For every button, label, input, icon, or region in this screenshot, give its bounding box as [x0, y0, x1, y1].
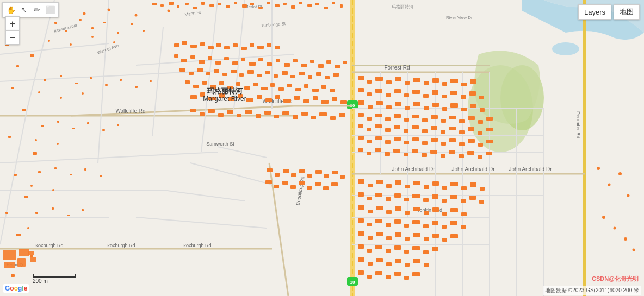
svg-rect-153: [282, 71, 288, 75]
svg-rect-388: [386, 262, 392, 266]
svg-rect-438: [87, 122, 89, 124]
svg-rect-226: [367, 92, 372, 96]
hand-tool-icon[interactable]: ✋: [5, 4, 17, 16]
svg-rect-353: [358, 218, 364, 223]
zoom-out-button[interactable]: −: [5, 30, 20, 45]
watermark: CSDN@化哥光明: [592, 275, 639, 283]
svg-rect-104: [16, 234, 21, 236]
svg-point-469: [30, 185, 33, 187]
svg-rect-343: [376, 206, 383, 210]
svg-rect-188: [283, 99, 291, 103]
svg-rect-372: [424, 237, 429, 241]
svg-rect-238: [479, 96, 484, 99]
svg-rect-392: [424, 263, 429, 267]
svg-rect-102: [24, 196, 28, 198]
svg-rect-300: [375, 148, 381, 152]
svg-rect-364: [461, 225, 466, 229]
svg-rect-344: [386, 210, 392, 214]
svg-rect-332: [404, 198, 409, 201]
svg-rect-86: [283, 3, 287, 5]
svg-text:Wallcliffe Rd: Wallcliffe Rd: [115, 108, 145, 114]
svg-rect-200: [237, 114, 242, 117]
svg-rect-373: [432, 234, 439, 238]
svg-rect-314: [368, 184, 373, 187]
svg-rect-81: [242, 4, 247, 8]
svg-rect-442: [54, 167, 57, 169]
svg-rect-448: [67, 215, 70, 216]
svg-rect-237: [469, 91, 476, 96]
svg-rect-103: [5, 212, 8, 214]
svg-rect-112: [216, 43, 221, 47]
svg-rect-229: [394, 89, 401, 93]
svg-point-477: [614, 227, 616, 230]
svg-rect-357: [394, 219, 401, 224]
svg-rect-127: [232, 61, 238, 65]
svg-rect-284: [367, 140, 372, 143]
svg-rect-101: [14, 174, 17, 176]
svg-rect-232: [423, 94, 429, 98]
svg-rect-333: [412, 194, 420, 198]
svg-rect-124: [208, 56, 212, 60]
svg-rect-305: [422, 153, 427, 157]
svg-rect-122: [190, 55, 195, 59]
svg-rect-379: [386, 249, 391, 253]
svg-rect-428: [60, 75, 62, 77]
svg-rect-382: [412, 246, 420, 250]
zoom-controls: + −: [5, 16, 20, 45]
svg-rect-439: [102, 129, 105, 131]
svg-rect-218: [413, 78, 420, 82]
svg-rect-365: [358, 231, 364, 236]
svg-rect-119: [275, 46, 280, 49]
svg-rect-350: [442, 212, 447, 216]
rectangle-tool-icon[interactable]: ⬜: [44, 4, 56, 16]
svg-rect-167: [244, 86, 250, 90]
svg-rect-328: [367, 197, 372, 200]
svg-rect-248: [442, 107, 447, 111]
svg-rect-285: [375, 136, 382, 140]
svg-rect-83: [258, 7, 263, 9]
svg-rect-347: [413, 207, 420, 211]
svg-rect-340: [479, 200, 484, 204]
svg-rect-414: [299, 181, 305, 185]
zoom-in-button[interactable]: +: [5, 16, 20, 30]
svg-rect-433: [135, 86, 138, 88]
svg-rect-158: [325, 76, 330, 79]
svg-rect-293: [449, 138, 456, 142]
svg-rect-175: [312, 89, 319, 92]
svg-rect-198: [218, 113, 224, 117]
cursor-tool-icon[interactable]: ↖: [18, 4, 30, 16]
pencil-tool-icon[interactable]: ✏: [31, 4, 43, 16]
layers-button[interactable]: Layers: [578, 4, 611, 20]
svg-point-461: [70, 43, 72, 46]
svg-rect-266: [478, 120, 483, 124]
svg-rect-233: [432, 90, 438, 95]
svg-rect-246: [424, 106, 429, 110]
svg-text:Forrest Rd: Forrest Rd: [384, 65, 410, 71]
google-logo: Google: [3, 284, 29, 293]
svg-rect-97: [11, 87, 14, 89]
svg-rect-281: [478, 131, 482, 135]
svg-rect-149: [247, 70, 254, 74]
svg-rect-172: [287, 84, 292, 87]
svg-rect-205: [282, 111, 289, 115]
map-type-button[interactable]: 地图: [614, 4, 640, 20]
svg-rect-173: [295, 88, 301, 91]
svg-rect-336: [442, 199, 447, 203]
svg-point-470: [52, 189, 54, 191]
svg-rect-366: [368, 236, 373, 240]
svg-rect-302: [393, 149, 400, 153]
svg-rect-356: [386, 223, 391, 227]
svg-rect-377: [367, 249, 372, 253]
svg-rect-273: [404, 129, 408, 133]
svg-rect-315: [376, 180, 383, 184]
svg-rect-408: [332, 171, 338, 174]
svg-rect-121: [181, 59, 187, 62]
svg-rect-432: [120, 79, 122, 81]
svg-text:John Archibald Dr: John Archibald Dr: [392, 166, 436, 172]
svg-rect-186: [265, 98, 272, 102]
svg-rect-211: [339, 113, 345, 117]
svg-rect-383: [423, 250, 429, 254]
svg-rect-223: [461, 83, 467, 86]
svg-rect-346: [405, 211, 410, 215]
svg-rect-118: [267, 43, 271, 47]
